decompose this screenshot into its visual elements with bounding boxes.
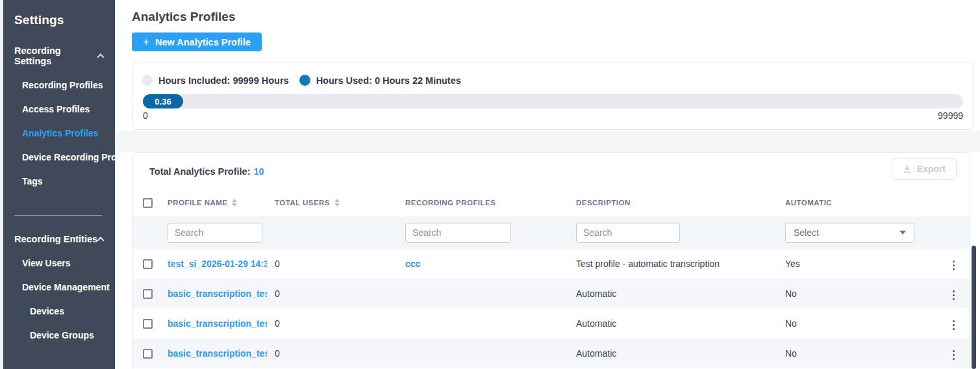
sidebar-item-recording-profiles[interactable]: Recording Profiles: [22, 80, 115, 90]
column-label: RECORDING PROFILES: [405, 199, 496, 207]
automatic-filter-select[interactable]: Select: [785, 223, 914, 243]
row-checkbox[interactable]: [143, 349, 153, 359]
description-value: Automatic: [568, 318, 777, 329]
table-row: basic_transcription_test_20 0 Automatic …: [132, 279, 970, 309]
hours-usage-card: Hours Included: 99999 Hours Hours Used: …: [132, 62, 974, 130]
column-label: DESCRIPTION: [576, 199, 631, 207]
column-label: PROFILE NAME: [168, 199, 227, 207]
sidebar-item-tags[interactable]: Tags: [22, 176, 115, 186]
total-users-value: 0: [267, 288, 397, 299]
sidebar-item-device-management[interactable]: Device Management: [22, 282, 115, 292]
row-checkbox[interactable]: [143, 319, 153, 329]
hours-used-legend: Hours Used: 0 Hours 22 Minutes: [299, 75, 461, 86]
column-header-profile-name: PROFILE NAME: [160, 199, 267, 207]
row-menu-kebab-icon[interactable]: [949, 346, 959, 364]
column-header-total-users: TOTAL USERS: [267, 199, 397, 207]
recording-profiles-search-input[interactable]: [405, 223, 511, 243]
profile-name-link[interactable]: basic_transcription_test_20: [160, 288, 267, 299]
description-value: Automatic: [568, 348, 777, 359]
select-all-checkbox[interactable]: [143, 198, 153, 208]
usage-max: 99999: [938, 110, 963, 121]
description-search-input[interactable]: [576, 223, 680, 243]
total-profiles-text: Total Analytics Profile:: [149, 166, 251, 177]
total-profiles-label: Total Analytics Profile:10: [149, 166, 264, 177]
row-checkbox[interactable]: [143, 289, 153, 299]
table-filter-row: Select: [132, 216, 970, 249]
total-profiles-count: 10: [254, 166, 264, 177]
row-menu-kebab-icon[interactable]: [949, 286, 959, 304]
row-menu-kebab-icon[interactable]: [949, 316, 959, 334]
page-title: Analytics Profiles: [132, 10, 235, 24]
hours-included-legend: Hours Included: 99999 Hours: [142, 75, 289, 86]
usage-range: 0 99999: [143, 110, 963, 121]
total-users-value: 0: [267, 318, 397, 329]
column-label: AUTOMATIC: [785, 199, 832, 207]
table-row: basic_transcription_test_20 0 Automatic …: [132, 338, 970, 368]
table-header-row: PROFILE NAME TOTAL USERS RECORDING PROFI…: [132, 189, 970, 216]
row-menu-kebab-icon[interactable]: [949, 257, 959, 274]
chevron-down-icon: [899, 231, 906, 235]
recording-profiles-link[interactable]: ccc: [397, 259, 568, 269]
hours-used-label: Hours Used: 0 Hours 22 Minutes: [316, 75, 461, 86]
profile-name-link[interactable]: basic_transcription_test_20: [160, 348, 267, 359]
total-users-value: 0: [267, 259, 397, 269]
sidebar-section-recording-entities[interactable]: Recording Entities: [14, 234, 103, 244]
description-value: Test profile - automatic transcription: [568, 259, 777, 269]
table-row: basic_transcription_test_20 0 Automatic …: [132, 309, 970, 338]
vertical-scrollbar-thumb[interactable]: [972, 246, 976, 369]
download-icon: [903, 164, 912, 173]
section-label: Recording Settings: [14, 45, 98, 66]
usage-progress-badge: 0.36: [143, 94, 183, 108]
table-toolbar: Total Analytics Profile:10 Export: [132, 153, 970, 189]
new-analytics-profile-button[interactable]: + New Analytics Profile: [132, 32, 262, 51]
sidebar-item-view-users[interactable]: View Users: [22, 258, 115, 268]
plus-icon: +: [143, 36, 149, 47]
hours-included-label: Hours Included: 99999 Hours: [158, 75, 289, 86]
profile-name-link[interactable]: basic_transcription_test_20: [160, 318, 267, 329]
automatic-value: No: [777, 288, 936, 299]
table-row: test_si_2026-01-29 14:38: 0 ccc Test pro…: [132, 249, 970, 279]
sort-icon[interactable]: [334, 199, 340, 207]
sidebar-item-access-profiles[interactable]: Access Profiles: [22, 104, 115, 114]
usage-min: 0: [143, 110, 148, 121]
main-content: Analytics Profiles + New Analytics Profi…: [115, 0, 980, 369]
section-gap: [115, 131, 980, 152]
automatic-value: No: [777, 318, 936, 329]
hours-used-dot-icon: [299, 75, 310, 86]
sort-icon[interactable]: [232, 199, 237, 207]
export-button[interactable]: Export: [892, 158, 957, 180]
sidebar-item-device-recording-profile[interactable]: Device Recording Profile: [22, 152, 115, 162]
chevron-up-icon: [97, 236, 104, 244]
profile-name-link[interactable]: test_si_2026-01-29 14:38:: [160, 259, 267, 269]
automatic-value: Yes: [777, 259, 936, 269]
usage-progress-track: 0.36: [143, 94, 963, 108]
column-header-description: DESCRIPTION: [568, 199, 777, 207]
column-header-automatic: AUTOMATIC: [777, 199, 936, 207]
sidebar-section-recording-settings[interactable]: Recording Settings: [14, 45, 103, 66]
sidebar-item-devices[interactable]: Devices: [30, 306, 115, 316]
section-label: Recording Entities: [14, 234, 97, 244]
settings-sidebar: Settings Recording Settings Recording Pr…: [0, 0, 115, 369]
automatic-value: No: [777, 348, 936, 359]
usage-legend: Hours Included: 99999 Hours Hours Used: …: [142, 75, 966, 86]
column-label: TOTAL USERS: [275, 199, 330, 207]
sidebar-title: Settings: [14, 13, 115, 27]
sidebar-item-device-groups[interactable]: Device Groups: [30, 330, 115, 340]
profile-name-search-input[interactable]: [168, 223, 262, 243]
analytics-profiles-table-card: Total Analytics Profile:10 Export PROFIL…: [132, 152, 970, 369]
column-header-recording-profiles: RECORDING PROFILES: [397, 199, 568, 207]
new-analytics-profile-label: New Analytics Profile: [155, 37, 251, 47]
hours-included-dot-icon: [142, 75, 153, 86]
sidebar-divider: [14, 215, 102, 216]
export-label: Export: [917, 164, 946, 174]
description-value: Automatic: [568, 288, 777, 299]
sidebar-item-analytics-profiles[interactable]: Analytics Profiles: [22, 128, 115, 138]
select-placeholder: Select: [794, 227, 819, 238]
row-checkbox[interactable]: [143, 259, 153, 269]
total-users-value: 0: [267, 348, 397, 359]
